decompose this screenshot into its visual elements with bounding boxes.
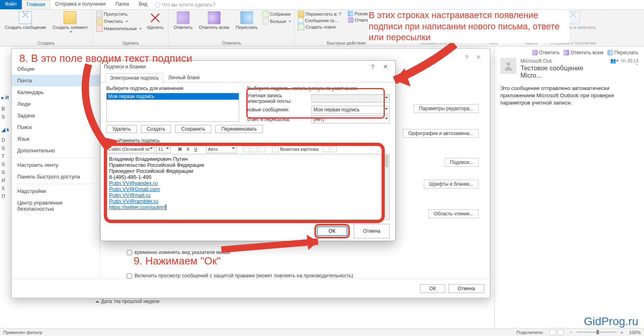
spelling-button[interactable]: Орфография и автозамена... xyxy=(403,129,479,138)
editor-scrollbar[interactable] xyxy=(383,154,389,219)
sig-select-label: Выберите подпись для изменения xyxy=(106,86,239,91)
more-icon xyxy=(262,18,269,25)
rp-reply-all[interactable]: Ответить всем xyxy=(564,50,603,55)
editor-link[interactable]: Putin.VV@mail.ru xyxy=(109,192,387,198)
sig-delete-button[interactable]: Удалить xyxy=(106,125,137,133)
meeting-button[interactable]: Собрание xyxy=(262,10,292,18)
opt-advanced[interactable]: Дополнительно xyxy=(12,145,100,156)
quick-reply-delete[interactable]: Ответить и уда… xyxy=(347,17,395,23)
view-reading-icon[interactable] xyxy=(557,330,564,335)
picture-icon[interactable] xyxy=(322,146,329,152)
zoom-in[interactable]: + xyxy=(619,330,625,335)
chk-rights[interactable]: Включить просмотр сообщений с защитой пр… xyxy=(127,273,353,279)
folder-icon xyxy=(298,11,304,17)
opt-general[interactable]: Общие xyxy=(12,63,100,75)
cleanup-button[interactable]: Очистить xyxy=(95,18,142,25)
send-receive-button[interactable]: Отправить и получить xyxy=(548,10,598,31)
delete-button[interactable]: Удалить xyxy=(144,10,166,31)
chk-cursor[interactable]: временно изменять вид указателя мыши xyxy=(127,250,230,255)
underline-button[interactable]: Ч xyxy=(192,147,198,152)
editor-link[interactable]: Putin.VV@Gmail.com xyxy=(109,186,387,192)
opt-addins[interactable]: Надстройки xyxy=(12,185,100,197)
color-combo[interactable]: Авто xyxy=(206,145,237,153)
opt-trust-center[interactable]: Центр управления безопасностью xyxy=(12,197,100,215)
opt-calendar[interactable]: Календарь xyxy=(12,86,100,98)
zoom-slider[interactable] xyxy=(576,332,617,333)
tab-send-receive[interactable]: Отправка и получение xyxy=(50,0,110,9)
onenote-button[interactable]: OneNote xyxy=(434,18,466,25)
reading-pane-button[interactable]: Область чтения... xyxy=(428,209,479,218)
bizcard-label[interactable]: Визитная карточка xyxy=(280,147,319,152)
more-respond-button[interactable]: Больше xyxy=(262,18,292,25)
bizcard-icon[interactable] xyxy=(272,146,279,152)
junk-button[interactable]: Нежелательные xyxy=(95,25,142,32)
align-center-icon[interactable] xyxy=(251,146,258,152)
editor-link[interactable]: Putin.VV@yandex.ru xyxy=(109,180,387,186)
tell-me-search[interactable]: Что вы хотите сделать? xyxy=(155,0,215,9)
move-button[interactable]: Переместить xyxy=(400,10,432,34)
newmsg-combo[interactable]: Моя первая подпись xyxy=(312,106,390,114)
options-cancel-button[interactable]: Отмена xyxy=(448,284,484,293)
rules-button[interactable]: Правила xyxy=(434,10,466,18)
sig-close-button[interactable]: ✕ xyxy=(379,64,392,70)
options-close-button[interactable]: × xyxy=(471,54,487,62)
account-combo[interactable] xyxy=(312,94,390,102)
opt-language[interactable]: Язык xyxy=(12,133,100,145)
quick-team-msg[interactable]: Сообщение гр… xyxy=(297,18,345,23)
italic-button[interactable]: К xyxy=(185,147,191,152)
opt-qat[interactable]: Панель быстрого доступа xyxy=(12,171,100,182)
tab-home[interactable]: Главная xyxy=(22,0,51,9)
sig-titlebar: Подписи и бланки ? ✕ xyxy=(101,61,395,73)
new-item-button[interactable]: Создать элемент xyxy=(50,10,90,34)
sig-editor[interactable]: Владимир Владимирович Путин Правительств… xyxy=(106,154,390,220)
quick-moveto[interactable]: Переместить в: ? xyxy=(297,10,345,18)
reply-all-button[interactable]: Ответить всем xyxy=(196,10,231,31)
font-combo[interactable]: Calibri (Основной те xyxy=(106,145,155,153)
opt-tasks[interactable]: Задачи xyxy=(12,110,100,121)
reply-button[interactable]: Ответить xyxy=(171,10,195,31)
envelope-icon xyxy=(19,11,32,24)
opt-people[interactable]: Люди xyxy=(12,98,100,110)
ignore-button[interactable]: Пропустить xyxy=(95,10,142,18)
bold-button[interactable]: Ж xyxy=(176,147,184,152)
forward-button[interactable]: Переслать xyxy=(233,10,260,31)
align-left-icon[interactable] xyxy=(243,146,250,152)
view-normal-icon[interactable] xyxy=(549,330,556,335)
hyperlink-icon[interactable] xyxy=(330,146,337,152)
options-help-button[interactable]: ? xyxy=(465,54,468,61)
tab-view[interactable]: Вид xyxy=(134,0,153,9)
tab-file[interactable]: Файл xyxy=(0,0,22,9)
quick-create-new[interactable]: Создать новое xyxy=(297,23,345,31)
opt-customize-ribbon[interactable]: Настроить ленту xyxy=(12,159,100,171)
sig-ok-button[interactable]: ОК xyxy=(317,226,347,236)
opt-search[interactable]: Поиск xyxy=(12,121,100,133)
sig-list[interactable]: Моя первая подпись xyxy=(106,93,239,122)
followup-button[interactable]: К исполнению xyxy=(471,16,514,23)
unread-button[interactable]: Непрочитано xyxy=(471,10,514,16)
editor-link[interactable]: Putin.VV@rambler.ru xyxy=(109,198,387,204)
rp-reply[interactable]: Ответить xyxy=(532,50,559,55)
signatures-button[interactable]: Подписи... xyxy=(445,158,479,167)
editor-link[interactable]: https://twitter.com/putinrf xyxy=(109,204,166,210)
opt-mail[interactable]: Почта xyxy=(12,75,100,86)
rp-subject: Тестовое сообщение Micro… xyxy=(520,65,606,79)
tab-folder[interactable]: Папка xyxy=(111,0,134,9)
sig-cancel-button[interactable]: Отмена xyxy=(354,224,390,238)
rp-forward[interactable]: Переслать xyxy=(607,50,638,55)
sig-tab-stationery[interactable]: Личный бланк xyxy=(164,73,204,82)
sig-help-button[interactable]: ? xyxy=(366,64,379,70)
date-group-header[interactable]: Дата: На прошлой неделе xyxy=(95,299,159,304)
sig-save-button[interactable]: Сохранить xyxy=(175,125,211,133)
sig-tab-email[interactable]: Электронная подпись xyxy=(105,73,163,82)
size-combo[interactable]: 11 xyxy=(156,145,171,153)
options-ok-button[interactable]: ОК xyxy=(420,284,445,293)
align-right-icon[interactable] xyxy=(259,146,266,152)
zoom-out[interactable]: − xyxy=(568,330,574,335)
replyfwd-combo[interactable]: (нет) xyxy=(312,115,390,123)
sig-list-item[interactable]: Моя первая подпись xyxy=(107,93,239,100)
quick-to-manager[interactable]: Руководителю xyxy=(347,10,395,17)
fonts-button[interactable]: Шрифты и бланки... xyxy=(424,180,479,188)
editor-options-button[interactable]: Параметры редактора... xyxy=(414,104,479,113)
sig-new-button[interactable]: Создать xyxy=(141,125,171,133)
new-mail-button[interactable]: Создать сообщение xyxy=(2,10,48,31)
